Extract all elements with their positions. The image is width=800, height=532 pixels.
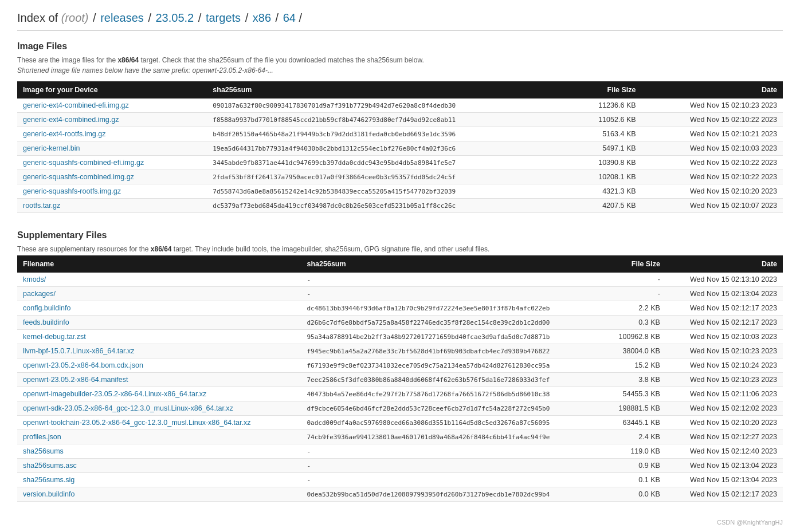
supp-file-link[interactable]: openwrt-imagebuilder-23.05.2-x86-64.Linu… [23, 390, 206, 398]
supp-file-link[interactable]: kernel-debug.tar.zst [23, 333, 86, 341]
image-file-hash: 3445abde9fb8371ae441dc947699cb397dda0cdd… [207, 156, 571, 170]
supp-file-hash: - [301, 473, 603, 487]
image-files-row: generic-squashfs-combined.img.gz2fdaf53b… [17, 170, 783, 184]
image-file-size: 4321.3 KB [571, 184, 641, 199]
supp-file-date: Wed Nov 15 02:12:17 2023 [666, 487, 783, 502]
supp-file-date: Wed Nov 15 02:13:04 2023 [666, 473, 783, 487]
supp-file-link[interactable]: llvm-bpf-15.0.7.Linux-x86_64.tar.xz [23, 347, 135, 355]
supp-file-link[interactable]: profiles.json [23, 433, 61, 441]
supp-file-hash: 40473bb4a57ee86d4cfe297f2b775876d17268fa… [301, 387, 603, 401]
supp-file-link[interactable]: config.buildinfo [23, 304, 70, 312]
supp-file-link[interactable]: version.buildinfo [23, 490, 74, 498]
supp-file-size: 0.1 KB [603, 473, 666, 487]
supp-file-link[interactable]: kmods/ [23, 275, 46, 283]
image-file-link[interactable]: generic-squashfs-combined-efi.img.gz [23, 159, 144, 167]
image-file-hash: b48df205150a4465b48a21f9449b3cb79d2dd318… [207, 127, 571, 141]
image-file-link[interactable]: generic-squashfs-combined.img.gz [23, 173, 134, 181]
supp-file-hash: 74cb9fe3936ae9941238010ae4601701d89a468a… [301, 430, 603, 444]
supp-file-date: Wed Nov 15 02:12:02 2023 [666, 401, 783, 416]
supp-file-size: 63445.1 KB [603, 416, 666, 430]
image-file-hash: dc5379af73ebd6845da419ccf034987dc0c8b26e… [207, 199, 571, 213]
breadcrumb-targets[interactable]: targets [206, 11, 241, 24]
image-file-name: generic-kernel.bin [17, 141, 207, 156]
supp-file-date: Wed Nov 15 02:10:20 2023 [666, 416, 783, 430]
supp-file-link[interactable]: sha256sums.sig [23, 476, 74, 484]
image-files-desc: These are the image files for the x86/64… [17, 56, 783, 64]
supp-file-size: 0.3 KB [603, 316, 666, 330]
supp-file-date: Wed Nov 15 02:12:17 2023 [666, 301, 783, 316]
image-file-date: Wed Nov 15 02:10:21 2023 [642, 127, 783, 141]
supp-file-name: feeds.buildinfo [17, 316, 301, 330]
supplementary-files-tbody: kmods/--Wed Nov 15 02:13:10 2023packages… [17, 273, 783, 502]
supp-file-link[interactable]: sha256sums.asc [23, 462, 77, 470]
supp-file-size: 54455.3 KB [603, 387, 666, 401]
supp-file-size: - [603, 287, 666, 301]
col-supp-name: Filename [17, 255, 301, 273]
image-file-hash: 19ea5d644317bb77931a4f94030b8c2bbd1312c5… [207, 141, 571, 156]
sep-1: / [93, 11, 99, 24]
breadcrumb-root[interactable]: (root) [61, 11, 89, 24]
supplementary-files-thead: Filename sha256sum File Size Date [17, 255, 783, 273]
supp-file-size: 100962.8 KB [603, 330, 666, 344]
supplementary-files-desc: These are supplementary resources for th… [17, 245, 783, 253]
supp-file-date: Wed Nov 15 02:13:04 2023 [666, 287, 783, 301]
supp-file-date: Wed Nov 15 02:11:06 2023 [666, 387, 783, 401]
title-index-of: Index of [17, 11, 61, 24]
supplementary-header-row: Filename sha256sum File Size Date [17, 255, 783, 273]
supp-file-link[interactable]: openwrt-23.05.2-x86-64.manifest [23, 376, 128, 384]
supp-file-hash: 7eec2586c5f3dfe0380b86a8840dd6068f4f62e6… [301, 373, 603, 387]
supp-file-hash: df9cbce6054e6bd46fcf28e2ddd53c728ceef6cb… [301, 401, 603, 416]
supplementary-files-table: Filename sha256sum File Size Date kmods/… [17, 255, 783, 502]
sep-3: / [198, 11, 205, 24]
supp-file-date: Wed Nov 15 02:10:23 2023 [666, 344, 783, 358]
supp-file-hash: - [301, 459, 603, 473]
supp-file-date: Wed Nov 15 02:10:03 2023 [666, 330, 783, 344]
supplementary-row: sha256sums.asc-0.9 KBWed Nov 15 02:13:04… [17, 459, 783, 473]
supp-file-size: 0.0 KB [603, 487, 666, 502]
image-file-date: Wed Nov 15 02:10:23 2023 [642, 98, 783, 113]
supp-file-size: 2.2 KB [603, 301, 666, 316]
image-file-link[interactable]: generic-ext4-combined-efi.img.gz [23, 101, 129, 109]
supp-file-hash: f67193e9f9c8ef0237341032ece705d9c75a2134… [301, 358, 603, 373]
image-file-hash: 090187a632f80c90093417830701d9a7f391b772… [207, 98, 571, 113]
supp-file-date: Wed Nov 15 02:13:04 2023 [666, 459, 783, 473]
breadcrumb-releases[interactable]: releases [100, 11, 144, 24]
supp-file-hash: - [301, 273, 603, 287]
image-files-target-bold: x86/64 [117, 56, 139, 64]
supp-file-hash: 0dea532b99bca51d50d7de1208097993950fd260… [301, 487, 603, 502]
col-image-hash: sha256sum [207, 81, 571, 98]
supp-file-size: 15.2 KB [603, 358, 666, 373]
supp-file-size: 2.4 KB [603, 430, 666, 444]
image-file-date: Wed Nov 15 02:10:22 2023 [642, 156, 783, 170]
breadcrumb-version[interactable]: 23.05.2 [156, 11, 194, 24]
image-file-date: Wed Nov 15 02:10:07 2023 [642, 199, 783, 213]
supp-file-link[interactable]: packages/ [23, 290, 56, 298]
sep-4: / [245, 11, 252, 24]
supp-file-link[interactable]: openwrt-23.05.2-x86-64.bom.cdx.json [23, 361, 143, 369]
supp-file-size: 119.0 KB [603, 444, 666, 459]
supplementary-files-title: Supplementary Files [17, 230, 783, 241]
supp-file-name: config.buildinfo [17, 301, 301, 316]
footer-note: CSDN @KnightYangHJ [17, 519, 783, 526]
breadcrumb-bits[interactable]: 64 [283, 11, 296, 24]
supp-file-link[interactable]: sha256sums [23, 447, 64, 455]
supp-file-name: openwrt-imagebuilder-23.05.2-x86-64.Linu… [17, 387, 301, 401]
image-file-name: generic-squashfs-combined-efi.img.gz [17, 156, 207, 170]
supplementary-row: profiles.json74cb9fe3936ae9941238010ae46… [17, 430, 783, 444]
supplementary-row: llvm-bpf-15.0.7.Linux-x86_64.tar.xzf945e… [17, 344, 783, 358]
image-file-link[interactable]: generic-kernel.bin [23, 144, 80, 152]
image-file-link[interactable]: rootfs.tar.gz [23, 202, 60, 210]
supp-file-link[interactable]: openwrt-toolchain-23.05.2-x86-64_gcc-12.… [23, 419, 250, 427]
sep-5: / [276, 11, 282, 24]
supplementary-row: packages/--Wed Nov 15 02:13:04 2023 [17, 287, 783, 301]
image-file-link[interactable]: generic-ext4-rootfs.img.gz [23, 130, 106, 138]
page-title: Index of (root) / releases / 23.05.2 / t… [17, 11, 783, 25]
supp-file-name: kernel-debug.tar.zst [17, 330, 301, 344]
supp-file-name: openwrt-toolchain-23.05.2-x86-64_gcc-12.… [17, 416, 301, 430]
image-file-size: 11236.6 KB [571, 98, 641, 113]
breadcrumb-arch[interactable]: x86 [253, 11, 271, 24]
image-file-link[interactable]: generic-ext4-combined.img.gz [23, 116, 119, 124]
image-file-link[interactable]: generic-squashfs-rootfs.img.gz [23, 187, 121, 195]
supp-file-link[interactable]: feeds.buildinfo [23, 318, 69, 326]
supp-file-link[interactable]: openwrt-sdk-23.05.2-x86-64_gcc-12.3.0_mu… [23, 404, 233, 412]
